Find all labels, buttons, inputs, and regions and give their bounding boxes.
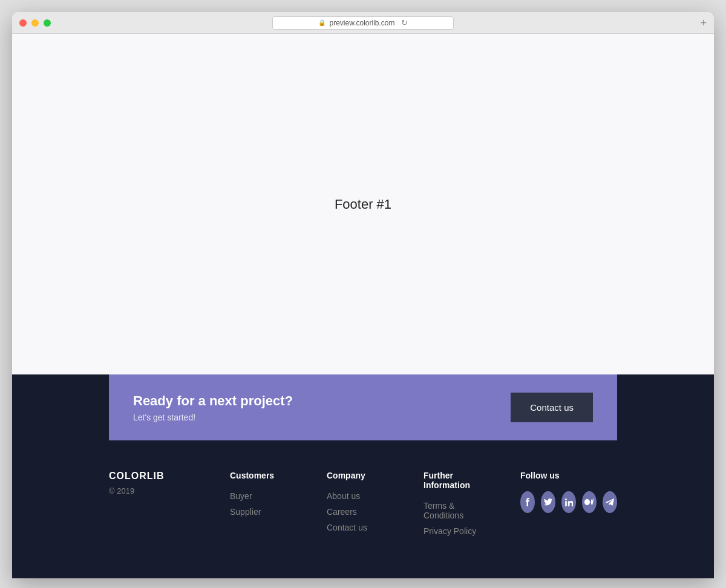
cta-subtext: Let's get started!: [133, 413, 293, 422]
browser-content: Footer #1 Ready for a next project? Let'…: [12, 34, 714, 578]
address-bar[interactable]: 🔒 preview.colorlib.com ↻: [272, 16, 454, 30]
cta-card: Ready for a next project? Let's get star…: [109, 374, 617, 440]
footer-col-company: Company About us Careers Contact us: [327, 471, 387, 538]
reload-icon[interactable]: ↻: [401, 18, 408, 27]
footer-logo: COLORLIB: [109, 471, 182, 482]
footer-col-further-info: Further Information Terms & Conditions P…: [424, 471, 484, 542]
footer: COLORLIB © 2019 Customers Buyer Supplier…: [12, 471, 714, 578]
medium-icon[interactable]: [582, 491, 597, 513]
footer-link-careers[interactable]: Careers: [327, 507, 387, 517]
cta-section: Ready for a next project? Let's get star…: [12, 405, 714, 578]
close-button[interactable]: [19, 19, 27, 27]
footer-brand: COLORLIB © 2019: [109, 471, 182, 495]
footer-link-terms[interactable]: Terms & Conditions: [424, 501, 484, 520]
url-text: preview.colorlib.com: [329, 19, 394, 27]
footer-inner: COLORLIB © 2019 Customers Buyer Supplier…: [109, 471, 617, 542]
lock-icon: 🔒: [318, 19, 325, 26]
footer-col-title-further: Further Information: [424, 471, 484, 490]
social-icons: [520, 491, 617, 513]
footer-link-buyer[interactable]: Buyer: [230, 491, 290, 501]
footer-col-follow-us: Follow us: [520, 471, 617, 513]
footer-col-customers: Customers Buyer Supplier: [230, 471, 290, 523]
contact-us-button[interactable]: Contact us: [511, 393, 593, 422]
footer-col-title-company: Company: [327, 471, 387, 480]
facebook-icon[interactable]: [520, 491, 535, 513]
browser-window: 🔒 preview.colorlib.com ↻ + Footer #1 Rea…: [12, 12, 714, 578]
footer-link-contact[interactable]: Contact us: [327, 523, 387, 532]
telegram-icon[interactable]: [603, 491, 617, 513]
page-title: Footer #1: [335, 197, 391, 212]
footer-link-about[interactable]: About us: [327, 491, 387, 501]
footer-copyright: © 2019: [109, 486, 182, 495]
maximize-button[interactable]: [44, 19, 51, 27]
cta-heading: Ready for a next project?: [133, 393, 293, 409]
footer-link-supplier[interactable]: Supplier: [230, 507, 290, 517]
minimize-button[interactable]: [31, 19, 39, 27]
main-area: Footer #1: [12, 34, 714, 374]
footer-link-privacy[interactable]: Privacy Policy: [424, 526, 484, 536]
traffic-lights: [19, 19, 51, 27]
new-tab-button[interactable]: +: [700, 16, 707, 29]
title-bar: 🔒 preview.colorlib.com ↻ +: [12, 12, 714, 34]
footer-col-title-customers: Customers: [230, 471, 290, 480]
cta-text-group: Ready for a next project? Let's get star…: [133, 393, 293, 422]
twitter-icon[interactable]: [541, 491, 555, 513]
linkedin-icon[interactable]: [561, 491, 576, 513]
footer-col-title-follow: Follow us: [520, 471, 617, 480]
